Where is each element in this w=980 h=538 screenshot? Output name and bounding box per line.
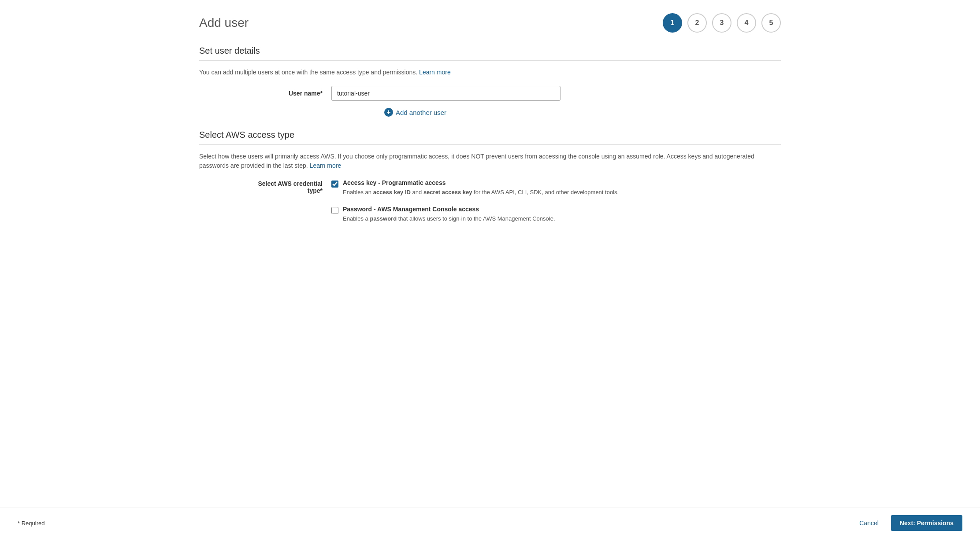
user-details-section: Set user details You can add multiple us… bbox=[199, 46, 781, 117]
required-note: * Required bbox=[18, 520, 45, 527]
next-button[interactable]: Next: Permissions bbox=[891, 515, 962, 531]
credential-type-label: Select AWS credential type* bbox=[252, 179, 331, 223]
add-user-row: + Add another user bbox=[384, 108, 781, 117]
wizard-step-1[interactable]: 1 bbox=[663, 13, 682, 33]
programmatic-access-desc: Enables an access key ID and secret acce… bbox=[343, 188, 619, 197]
credential-type-row: Select AWS credential type* Access key -… bbox=[252, 179, 781, 223]
programmatic-access-option: Access key - Programmatic access Enables… bbox=[331, 179, 619, 197]
console-access-option: Password - AWS Management Console access… bbox=[331, 206, 619, 223]
cancel-button[interactable]: Cancel bbox=[852, 516, 886, 530]
user-name-label: User name* bbox=[252, 90, 331, 97]
access-type-section: Select AWS access type Select how these … bbox=[199, 130, 781, 223]
page-footer: * Required Cancel Next: Permissions bbox=[0, 508, 980, 538]
console-access-content: Password - AWS Management Console access… bbox=[343, 206, 555, 223]
wizard-steps: 1 2 3 4 5 bbox=[663, 13, 781, 33]
wizard-step-4[interactable]: 4 bbox=[737, 13, 756, 33]
user-details-title: Set user details bbox=[199, 46, 781, 61]
programmatic-access-title[interactable]: Access key - Programmatic access bbox=[343, 179, 619, 186]
programmatic-access-checkbox[interactable] bbox=[331, 181, 338, 188]
user-details-learn-more[interactable]: Learn more bbox=[419, 69, 451, 76]
credential-options: Access key - Programmatic access Enables… bbox=[331, 179, 619, 223]
page-title: Add user bbox=[199, 16, 249, 30]
user-name-row: User name* bbox=[252, 86, 781, 101]
programmatic-access-content: Access key - Programmatic access Enables… bbox=[343, 179, 619, 197]
console-access-title[interactable]: Password - AWS Management Console access bbox=[343, 206, 555, 213]
console-access-checkbox[interactable] bbox=[331, 207, 338, 214]
wizard-step-2[interactable]: 2 bbox=[687, 13, 707, 33]
page-header: Add user 1 2 3 4 5 bbox=[199, 13, 781, 33]
access-type-description: Select how these users will primarily ac… bbox=[199, 152, 781, 170]
user-name-input[interactable] bbox=[331, 86, 561, 101]
wizard-step-5[interactable]: 5 bbox=[761, 13, 781, 33]
user-details-description: You can add multiple users at once with … bbox=[199, 68, 781, 77]
plus-icon: + bbox=[384, 108, 393, 117]
console-access-desc: Enables a password that allows users to … bbox=[343, 214, 555, 223]
add-another-user-button[interactable]: + Add another user bbox=[384, 108, 446, 117]
access-type-title: Select AWS access type bbox=[199, 130, 781, 145]
access-type-learn-more[interactable]: Learn more bbox=[310, 162, 342, 169]
wizard-step-3[interactable]: 3 bbox=[712, 13, 731, 33]
footer-actions: Cancel Next: Permissions bbox=[852, 515, 962, 531]
